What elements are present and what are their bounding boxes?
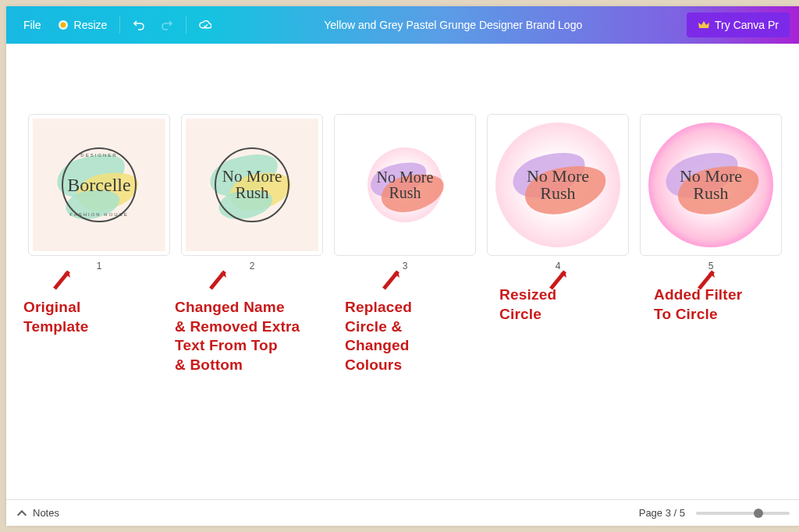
page-indicator[interactable]: Page 3 / 5	[639, 507, 685, 519]
logo-script-text: No More Rush	[680, 168, 742, 202]
notes-button[interactable]: Notes	[16, 507, 59, 520]
annotation-text-1: Original Template	[23, 298, 89, 336]
notes-label: Notes	[33, 507, 59, 519]
thumbnail-item: No More Rush 5	[640, 114, 782, 271]
zoom-slider[interactable]	[696, 512, 790, 515]
annotation-text-2: Changed Name & Removed Extra Text From T…	[175, 298, 300, 375]
app-frame: File Resize Yellow and Grey Pastel Grung…	[6, 6, 799, 526]
undo-icon	[133, 19, 145, 31]
thumbnail-item: No More Rush 3	[334, 114, 476, 271]
header-separator-2	[186, 16, 186, 34]
file-menu-label: File	[23, 19, 41, 31]
annotation-text-5: Added Filter To Circle	[654, 286, 742, 324]
header-bar: File Resize Yellow and Grey Pastel Grung…	[6, 6, 799, 44]
logo-preview: DESIGNER Borcelle FASHION HOUSE	[33, 119, 165, 251]
logo-top-label: DESIGNER	[80, 153, 117, 158]
svg-point-1	[60, 23, 66, 28]
thumbnail-number: 4	[556, 261, 561, 271]
cloud-check-icon	[199, 19, 211, 31]
bottom-bar: Notes Page 3 / 5	[6, 499, 799, 526]
zoom-slider-knob[interactable]	[754, 509, 763, 518]
thumbnail-card-3[interactable]: No More Rush	[334, 114, 476, 256]
redo-button[interactable]	[153, 14, 181, 36]
document-title[interactable]: Yellow and Grey Pastel Grunge Designer B…	[219, 19, 687, 31]
thumbnail-number: 2	[250, 261, 255, 271]
file-menu-button[interactable]: File	[16, 14, 49, 36]
annotation-text-3: Replaced Circle & Changed Colours	[345, 298, 412, 375]
redo-icon	[161, 19, 173, 31]
logo-script-text: No More Rush	[222, 168, 282, 201]
thumbnail-card-2[interactable]: No More Rush	[181, 114, 323, 256]
annotation-text-4: Resized Circle	[499, 286, 556, 324]
thumbnail-number: 3	[403, 261, 408, 271]
thumbnail-number: 1	[97, 261, 102, 271]
thumbnail-number: 5	[708, 261, 714, 271]
crown-icon	[698, 19, 710, 31]
chevron-up-icon	[16, 507, 28, 520]
thumbnail-item: DESIGNER Borcelle FASHION HOUSE 1	[28, 114, 170, 271]
logo-script-text: No More Rush	[377, 169, 434, 200]
thumbnail-card-1[interactable]: DESIGNER Borcelle FASHION HOUSE	[28, 114, 170, 256]
try-pro-button[interactable]: Try Canva Pr	[687, 12, 790, 37]
undo-button[interactable]	[125, 14, 153, 36]
header-separator	[119, 16, 120, 34]
resize-label: Resize	[74, 19, 108, 31]
cloud-sync-button[interactable]	[191, 14, 219, 36]
canvas-area: DESIGNER Borcelle FASHION HOUSE 1	[6, 44, 799, 499]
logo-preview: No More Rush	[339, 119, 471, 251]
logo-script-text: No More Rush	[527, 168, 589, 202]
logo-preview: No More Rush	[645, 119, 777, 251]
try-pro-label: Try Canva Pr	[715, 19, 779, 31]
logo-preview: No More Rush	[186, 119, 318, 251]
logo-preview: No More Rush	[492, 119, 624, 251]
thumbnail-item: No More Rush 2	[181, 114, 323, 271]
logo-bottom-label: FASHION HOUSE	[69, 212, 128, 217]
logo-script-text: Borcelle	[67, 176, 130, 194]
resize-button[interactable]: Resize	[49, 14, 115, 36]
thumbnail-item: No More Rush 4	[487, 114, 629, 271]
thumbnail-strip: DESIGNER Borcelle FASHION HOUSE 1	[28, 114, 782, 271]
thumbnail-card-5[interactable]: No More Rush	[640, 114, 782, 256]
thumbnail-card-4[interactable]: No More Rush	[487, 114, 629, 256]
resize-icon	[57, 19, 69, 31]
